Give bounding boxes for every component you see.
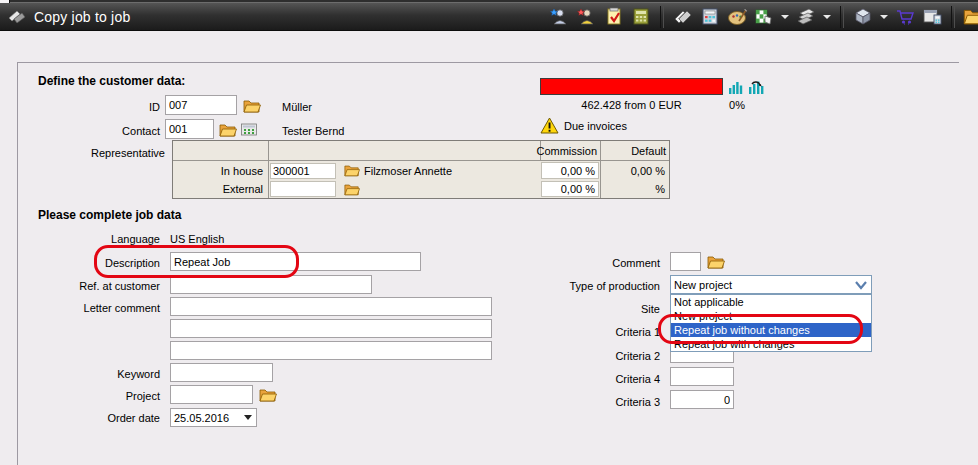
order-date-combo[interactable]: 25.05.2016 [170,408,257,427]
window-title: Copy job to job [34,9,130,25]
type-of-production-combo[interactable]: New project [670,275,872,294]
cube-icon[interactable] [852,7,874,27]
cart-icon[interactable] [894,7,916,27]
external-folder-icon[interactable] [344,183,360,196]
credit-percent-text: 0% [712,99,762,111]
copy-job-to-job-window: Copy job to job [0,0,978,465]
combo-chevron-icon[interactable] [854,280,868,290]
criteria4-label: Criteria 4 [518,373,660,385]
paper-stack-icon[interactable] [795,7,817,27]
window-top-notch [0,0,10,3]
due-invoices-label[interactable]: Due invoices [564,120,627,132]
invoice-window-icon[interactable] [921,7,943,27]
criteria3-label: Criteria 3 [518,396,660,408]
external-rep-input[interactable] [270,181,336,197]
type-of-production-value: New project [671,279,854,291]
table-header-empty [268,141,540,161]
contact-card-icon[interactable] [241,123,257,138]
credit-amount-text: 462.428 from 0 EUR [540,99,723,111]
materials-icon[interactable] [753,7,775,27]
chevron-down-icon[interactable] [244,415,252,420]
comment-input[interactable] [670,252,701,271]
toolbar-separator [660,6,664,28]
calculator-icon[interactable] [630,7,652,27]
default-header: Default [600,141,669,161]
inhouse-rep-input[interactable] [270,163,336,179]
language-value: US English [170,233,224,245]
language-label: Language [20,233,160,245]
inhouse-commission-cell[interactable]: 0,00 % [541,162,599,179]
contact-folder-icon[interactable] [219,123,237,139]
description-annotation-oval [94,245,299,278]
letter-comment-input-2[interactable] [170,319,492,338]
contact-name: Tester Bernd [282,125,344,137]
toolbar-separator [951,6,955,28]
paper-stack-dropdown-icon[interactable] [823,15,831,19]
booking-icon[interactable] [672,7,694,27]
project-folder-icon[interactable] [259,388,277,404]
palette-icon[interactable] [726,7,748,27]
site-label: Site [518,303,660,315]
keyword-label: Keyword [20,368,160,380]
dropdown-option-not-applicable[interactable]: Not applicable [671,295,871,309]
inhouse-default-cell: 0,00 % [600,161,669,180]
letter-comment-input-1[interactable] [170,297,492,316]
type-of-production-label: Type of production [518,280,660,292]
folder-icon[interactable] [963,7,978,27]
representative-table: Commission Default In house Filzmoser An… [172,140,670,199]
external-row-label: External [173,180,268,198]
calc-table-icon[interactable] [699,7,721,27]
inhouse-folder-icon[interactable] [344,164,360,177]
contact-add2-icon[interactable] [576,7,598,27]
comment-label: Comment [518,257,660,269]
comment-folder-icon[interactable] [707,255,725,271]
id-input[interactable] [165,95,237,115]
commission-header: Commission [540,141,600,161]
id-label: ID [20,101,160,113]
customer-section-heading: Define the customer data: [38,74,185,88]
chart-refresh-icon[interactable] [747,79,765,97]
external-content-cell [268,180,540,198]
contact-add-icon[interactable] [549,7,571,27]
criteria1-label: Criteria 1 [518,326,660,338]
project-input[interactable] [170,385,253,404]
criteria2-label: Criteria 2 [518,350,660,362]
letter-comment-label: Letter comment [20,302,160,314]
inhouse-row-label: In house [173,161,268,180]
inhouse-content-cell: Filzmoser Annette [268,161,540,180]
ref-at-customer-label: Ref. at customer [20,280,160,292]
job-section-heading: Please complete job data [38,208,181,222]
project-label: Project [20,390,160,402]
inhouse-rep-name: Filzmoser Annette [364,165,452,177]
criteria4-input[interactable] [670,367,734,386]
letter-comment-input-3[interactable] [170,341,492,360]
table-header-empty [173,141,268,161]
credit-limit-bar [540,78,723,95]
toolbar [549,2,978,31]
external-default-cell: % [600,180,669,198]
window-icon [8,9,26,24]
cube-dropdown-icon[interactable] [880,15,888,19]
criteria3-input[interactable] [670,390,734,409]
toolbar-separator [840,6,844,28]
statistics-chart-icon[interactable] [728,79,744,97]
external-commission-cell[interactable]: 0,00 % [541,181,599,197]
customer-name: Müller [282,101,312,113]
order-date-value: 25.05.2016 [171,412,244,424]
note-check-icon[interactable] [603,7,625,27]
warning-icon [540,117,559,136]
id-folder-icon[interactable] [243,99,261,115]
dropdown-annotation-oval [658,314,863,344]
representative-label: Representative [20,147,165,159]
order-date-label: Order date [20,412,160,424]
contact-label: Contact [20,125,160,137]
keyword-input[interactable] [170,363,273,382]
contact-input[interactable] [165,119,214,139]
materials-dropdown-icon[interactable] [781,15,789,19]
